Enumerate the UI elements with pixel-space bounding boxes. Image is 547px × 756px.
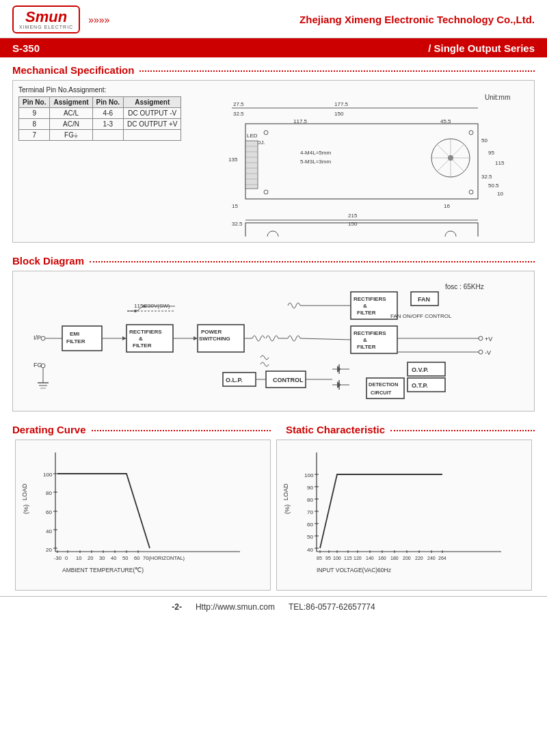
svg-text:27.5: 27.5 (233, 101, 244, 107)
static-chart: LOAD (%) 40 50 60 70 80 90 100 85 (274, 440, 535, 591)
svg-text:30: 30 (99, 555, 105, 561)
table-row: 7 FG⏚ (19, 130, 181, 141)
svg-text:DETECTION: DETECTION (369, 381, 398, 388)
svg-text:264: 264 (438, 556, 446, 561)
derating-heading-wrap: Derating Curve (12, 417, 274, 440)
svg-text:0: 0 (65, 555, 68, 561)
heading-divider3 (92, 430, 271, 431)
svg-text:50: 50 (481, 137, 488, 144)
derating-heading: Derating Curve (12, 417, 274, 440)
table-row: 8 AC/N 1-3 DC OUTPUT +V (19, 119, 181, 130)
svg-text:&: & (363, 303, 367, 309)
block-title: Block Diagram (12, 255, 84, 267)
svg-text:240: 240 (427, 556, 436, 561)
svg-text:32.5: 32.5 (232, 221, 243, 227)
logo-box: Smun XIMENG ELECTRIC (12, 5, 80, 33)
svg-text:5-M3L=3mm: 5-M3L=3mm (300, 159, 331, 165)
svg-text:115: 115 (495, 160, 505, 166)
model-label: S-350 (12, 42, 40, 54)
logo-sub: XIMENG ELECTRIC (19, 25, 73, 29)
series-label: / Single Output Series (428, 42, 535, 54)
svg-text:FG: FG (34, 362, 42, 368)
svg-point-29 (469, 131, 473, 135)
static-heading: Static Characteristic (274, 417, 535, 440)
svg-point-30 (469, 190, 473, 194)
svg-text:LED: LED (247, 133, 258, 139)
red-bar: S-350 / Single Output Series (0, 38, 547, 57)
svg-text:160: 160 (378, 556, 386, 561)
svg-text:200: 200 (403, 556, 411, 561)
svg-text:50: 50 (122, 555, 128, 561)
svg-text:20: 20 (46, 547, 52, 553)
svg-text:I/P: I/P (34, 334, 41, 341)
svg-text:FILTER: FILTER (66, 338, 85, 345)
svg-text:50.5: 50.5 (488, 183, 499, 189)
svg-point-46 (267, 231, 278, 237)
svg-text:Unit:mm: Unit:mm (485, 94, 510, 101)
col-pin1: Pin No. (19, 97, 50, 108)
mech-table-area: Terminal Pin No.Assignment: Pin No. Assi… (18, 86, 181, 237)
svg-text:40: 40 (111, 555, 116, 561)
svg-text:(%): (%) (23, 504, 29, 514)
svg-text:100: 100 (333, 556, 341, 561)
svg-text:50: 50 (307, 534, 313, 540)
svg-line-102 (300, 338, 351, 340)
block-diagram-svg: fosc : 65KHz I/P FG 115/230V(SW) EMI FIL… (21, 277, 527, 403)
svg-text:&: & (363, 337, 367, 343)
charts-row: LOAD (%) 20 40 60 80 100 -30 0 (12, 440, 535, 591)
svg-point-53 (41, 336, 45, 340)
heading-divider4 (390, 430, 535, 431)
svg-text:SWITCHING: SWITCHING (199, 336, 230, 342)
svg-text:90: 90 (307, 485, 313, 491)
svg-text:CONTROL: CONTROL (273, 377, 304, 383)
mech-table-title: Terminal Pin No.Assignment: (18, 86, 181, 94)
svg-text:50: 50 (481, 236, 488, 237)
svg-point-28 (264, 190, 268, 194)
header: Smun XIMENG ELECTRIC »»»» Zhejiang Ximen… (0, 0, 547, 38)
mechanical-heading: Mechanical Specification (0, 57, 547, 80)
svg-text:-V: -V (485, 349, 491, 356)
svg-text:CIRCUIT: CIRCUIT (371, 390, 392, 396)
derating-title: Derating Curve (12, 424, 86, 435)
svg-text:10: 10 (76, 555, 81, 561)
svg-text:115: 115 (344, 556, 352, 561)
svg-text:80: 80 (307, 497, 313, 503)
svg-point-66 (143, 305, 146, 308)
svg-point-27 (264, 131, 268, 135)
svg-text:RECTIFIERS: RECTIFIERS (129, 329, 162, 335)
svg-text:100: 100 (43, 472, 53, 478)
svg-text:80: 80 (46, 490, 52, 496)
svg-text:85: 85 (317, 556, 322, 561)
svg-text:177.5: 177.5 (334, 101, 349, 107)
svg-text:FAN: FAN (418, 296, 430, 303)
svg-text:180: 180 (390, 556, 399, 561)
heading-divider2 (90, 261, 535, 262)
mechanical-area: Terminal Pin No.Assignment: Pin No. Assi… (12, 80, 535, 243)
col-assign2: Assigment (124, 97, 181, 108)
svg-text:AMBIENT TEMPERATURE(℃): AMBIENT TEMPERATURE(℃) (62, 567, 144, 573)
svg-point-47 (445, 231, 456, 237)
svg-text:95: 95 (488, 150, 494, 156)
col-assign1: Assigment (50, 97, 92, 108)
svg-text:15: 15 (232, 203, 238, 209)
svg-text:100: 100 (304, 472, 314, 478)
svg-rect-45 (245, 223, 478, 237)
logo-area: Smun XIMENG ELECTRIC »»»» (12, 5, 109, 33)
svg-marker-72 (122, 336, 126, 340)
svg-text:EMI: EMI (70, 331, 79, 337)
website-url: Http://www.smun.com (196, 602, 275, 612)
static-svg: LOAD (%) 40 50 60 70 80 90 100 85 (282, 446, 515, 582)
svg-text:60: 60 (134, 555, 139, 561)
svg-text:10: 10 (497, 191, 503, 197)
footer: -2- Http://www.smun.com TEL:86-0577-6265… (0, 596, 547, 617)
svg-text:&: & (139, 336, 143, 342)
logo-arrow: »»»» (88, 14, 109, 25)
svg-text:60: 60 (46, 509, 52, 515)
bottom-headings: Derating Curve Static Characteristic (12, 417, 535, 440)
svg-text:95: 95 (325, 556, 331, 561)
svg-text:FILTER: FILTER (357, 344, 376, 350)
derating-chart: LOAD (%) 20 40 60 80 100 -30 0 (12, 440, 274, 591)
static-heading-wrap: Static Characteristic (274, 417, 535, 440)
svg-text:150: 150 (348, 221, 358, 227)
svg-text:FILTER: FILTER (133, 342, 152, 349)
